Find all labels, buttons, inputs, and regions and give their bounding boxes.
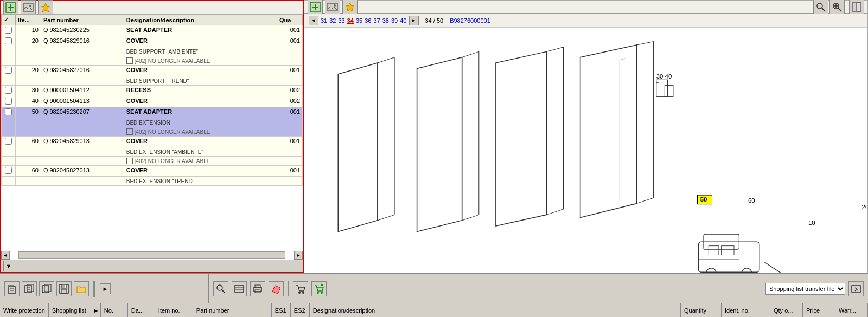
add-cart-btn[interactable] xyxy=(311,281,327,296)
svg-rect-55 xyxy=(65,285,66,288)
nav-38[interactable]: 38 xyxy=(382,17,389,24)
svg-marker-11 xyxy=(346,3,354,11)
connectors xyxy=(656,80,673,96)
row-item: 40 xyxy=(15,96,41,107)
svg-line-15 xyxy=(838,8,841,11)
copy1-button[interactable] xyxy=(4,281,20,296)
row-desc: SEAT ADAPTER xyxy=(124,25,277,36)
nav-doc-id: B98276000001 xyxy=(450,17,490,24)
row-checkbox[interactable] xyxy=(2,86,16,96)
parts-table: ✓ Ite... Part number Designation/descrip… xyxy=(1,14,303,186)
transfer-btn[interactable] xyxy=(848,281,864,296)
cart-btn[interactable] xyxy=(293,281,308,296)
right-star-button[interactable] xyxy=(342,0,358,15)
table-row[interactable]: 50 Q 982045230207 SEAT ADAPTER 001 xyxy=(2,107,303,118)
panel-50 xyxy=(338,57,394,232)
row-checkbox[interactable] xyxy=(2,96,16,107)
table-row[interactable]: 40 Q 900001504113 COVER 002 xyxy=(2,96,303,107)
svg-rect-1 xyxy=(10,4,11,11)
svg-marker-5 xyxy=(41,3,50,12)
expand-status-btn[interactable]: ► xyxy=(90,303,101,317)
svg-point-10 xyxy=(334,4,336,7)
scroll-right-btn[interactable]: ► xyxy=(294,251,303,260)
svg-point-67 xyxy=(317,292,319,294)
svg-rect-54 xyxy=(61,289,67,293)
col-desc: Designation/description xyxy=(310,303,681,317)
table-row[interactable]: 20 Q 982045829016 COVER 001 xyxy=(2,36,303,47)
nav-prev-button[interactable]: ◄ xyxy=(309,16,318,25)
table-row[interactable]: 30 Q 900001504112 RECESS 002 xyxy=(2,86,303,96)
expand-down-arrow[interactable]: ▼ xyxy=(3,261,14,271)
scroll-left-btn[interactable]: ◄ xyxy=(1,251,10,260)
nav-page-info: 34 / 50 xyxy=(425,17,444,24)
copy3-button[interactable] xyxy=(39,281,54,296)
expand-right-btn[interactable]: ► xyxy=(100,283,111,294)
nav-32[interactable]: 32 xyxy=(329,17,336,24)
search-zoom-button[interactable] xyxy=(813,0,828,15)
star-button[interactable] xyxy=(38,0,53,15)
row-item: 20 xyxy=(15,66,41,76)
row-item: 30 xyxy=(15,86,41,96)
svg-rect-39 xyxy=(722,246,734,255)
nav-next-button[interactable]: ► xyxy=(409,16,419,25)
row-checkbox[interactable] xyxy=(2,137,16,147)
col-header-desc: Designation/description xyxy=(124,15,277,25)
row-part: Q 982045827016 xyxy=(41,66,124,76)
nav-37[interactable]: 37 xyxy=(374,17,380,24)
nav-34[interactable]: 34 xyxy=(347,17,354,24)
svg-line-40 xyxy=(764,262,787,273)
row-checkbox[interactable] xyxy=(2,36,16,47)
table-row-sub: BED SUPPORT "TREND" xyxy=(2,76,303,86)
search-btn[interactable] xyxy=(213,281,228,296)
table-row-noavail: [402] NO LONGER AVAILABLE xyxy=(2,56,303,66)
row-checkbox[interactable] xyxy=(2,107,16,118)
folder-button[interactable] xyxy=(74,281,89,296)
svg-line-29 xyxy=(620,59,625,60)
add-button[interactable] xyxy=(3,0,18,15)
table-row[interactable]: 60 Q 982045827013 COVER 001 xyxy=(2,166,303,177)
eraser-btn[interactable] xyxy=(269,281,284,296)
table-container: ✓ Ite... Part number Designation/descrip… xyxy=(1,14,303,251)
transfer-dropdown[interactable]: Shopping list transfer file xyxy=(765,283,845,295)
row-qty: 002 xyxy=(277,96,302,107)
row-part: Q 982045827013 xyxy=(41,166,124,177)
main-container: ✓ Ite... Part number Designation/descrip… xyxy=(0,0,868,317)
col-es2: ES2 xyxy=(291,303,310,317)
nav-40[interactable]: 40 xyxy=(400,17,406,24)
search-toolbar xyxy=(813,0,845,15)
nav-36[interactable]: 36 xyxy=(365,17,371,24)
table-row[interactable]: 10 Q 982045230225 SEAT ADAPTER 001 xyxy=(2,25,303,36)
table-row-sub: BED EXTENSION "AMBIENTE" xyxy=(2,147,303,157)
row-qty: 001 xyxy=(277,66,302,76)
nav-39[interactable]: 39 xyxy=(391,17,398,24)
row-checkbox[interactable] xyxy=(2,25,16,36)
nav-35[interactable]: 35 xyxy=(356,17,362,24)
svg-point-65 xyxy=(298,292,301,294)
row-desc: COVER xyxy=(124,166,277,177)
list-btn[interactable] xyxy=(232,281,247,296)
copy2-button[interactable] xyxy=(22,281,37,296)
table-row[interactable]: 20 Q 982045827016 COVER 001 xyxy=(2,66,303,76)
print-btn[interactable] xyxy=(250,281,265,296)
right-add-button[interactable] xyxy=(308,0,323,15)
left-panel: ✓ Ite... Part number Designation/descrip… xyxy=(0,0,304,273)
diagram-svg: 30 40 50 60 10 20 xyxy=(304,28,867,273)
bottom-left-toolbar: ► xyxy=(0,274,209,303)
save-button[interactable] xyxy=(56,281,72,296)
svg-line-13 xyxy=(822,8,825,11)
nav-31[interactable]: 31 xyxy=(321,17,327,24)
h-scrollbar-track[interactable] xyxy=(18,251,285,259)
col-header-item: Ite... xyxy=(15,15,41,25)
panel-10 xyxy=(496,47,564,226)
right-expand-button[interactable] xyxy=(849,0,864,15)
label-30: 30 40 xyxy=(656,73,672,80)
row-checkbox[interactable] xyxy=(2,66,16,76)
row-qty: 001 xyxy=(277,166,302,177)
image-button[interactable] xyxy=(21,0,36,15)
row-part: Q 900001504112 xyxy=(41,86,124,96)
row-checkbox[interactable] xyxy=(2,166,16,177)
zoom-in-button[interactable] xyxy=(829,0,845,15)
nav-33[interactable]: 33 xyxy=(339,17,345,24)
right-image-button[interactable] xyxy=(325,0,340,15)
table-row[interactable]: 60 Q 982045829013 COVER 001 xyxy=(2,137,303,147)
